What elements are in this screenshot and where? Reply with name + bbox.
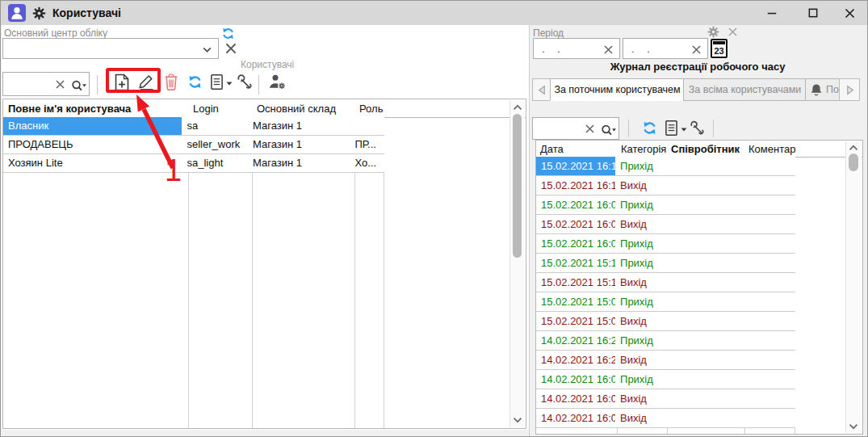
user-settings-icon[interactable] xyxy=(268,74,287,90)
cell-employee[interactable] xyxy=(667,254,743,272)
cell-category[interactable]: Вихід xyxy=(615,215,667,233)
cell-category[interactable]: Вихід xyxy=(615,273,667,292)
cell-login[interactable]: sa_light xyxy=(182,154,248,172)
scrollbar-thumb[interactable] xyxy=(513,114,522,258)
cell-category[interactable]: Вихід xyxy=(615,409,667,427)
cell-warehouse[interactable]: Магазин 1 xyxy=(248,117,350,135)
cell-employee[interactable] xyxy=(667,370,743,389)
cell-comment[interactable] xyxy=(743,195,795,214)
cell-comment[interactable] xyxy=(743,273,795,292)
journal-row[interactable]: 15.02.2021 15:1...Прихід xyxy=(536,254,795,273)
period-gear-icon[interactable] xyxy=(707,26,719,38)
date-to-field[interactable]: . . xyxy=(623,38,708,59)
cell-employee[interactable] xyxy=(667,409,743,427)
cell-comment[interactable] xyxy=(743,292,795,311)
cell-comment[interactable] xyxy=(743,370,795,389)
clear-search-icon[interactable] xyxy=(55,79,65,90)
column-header[interactable]: Повне ім'я користувача xyxy=(8,103,131,115)
cell-employee[interactable] xyxy=(667,215,743,233)
clear-icon[interactable] xyxy=(224,42,237,55)
cell-employee[interactable] xyxy=(667,389,743,408)
cell-comment[interactable] xyxy=(743,312,795,330)
search-icon[interactable] xyxy=(71,80,87,91)
search-icon[interactable] xyxy=(601,124,617,136)
journal-row[interactable]: 15.02.2021 16:0...Вихід xyxy=(536,215,795,234)
column-header[interactable]: Основний склад xyxy=(257,103,336,115)
cell-warehouse[interactable]: Магазин 1 xyxy=(248,136,350,153)
cell-date[interactable]: 14.02.2021 16:0... xyxy=(536,389,615,408)
accounting-center-combobox[interactable] xyxy=(2,38,219,59)
cell-name[interactable]: Хозяин Lite xyxy=(3,154,182,172)
service-wrench-icon[interactable] xyxy=(690,120,704,136)
delete-user-icon[interactable] xyxy=(164,73,178,90)
cell-date[interactable]: 14.02.2021 16:0... xyxy=(536,370,615,389)
maximize-button[interactable] xyxy=(797,1,829,25)
users-scrollbar[interactable] xyxy=(509,100,525,427)
journal-row[interactable]: 15.02.2021 16:0...Прихід xyxy=(536,234,795,254)
refresh-journal-icon[interactable] xyxy=(642,120,657,136)
column-header[interactable]: Роль xyxy=(359,103,383,115)
cell-category[interactable]: Прихід xyxy=(615,157,667,175)
column-header[interactable]: Співробітник xyxy=(671,143,740,155)
cell-role[interactable]: Хо... xyxy=(350,154,384,172)
column-header[interactable]: Login xyxy=(193,103,219,115)
cell-employee[interactable] xyxy=(667,234,743,253)
panel-splitter[interactable] xyxy=(529,25,530,437)
clear-date-icon[interactable] xyxy=(603,44,614,55)
tabs-scroll-right-button[interactable] xyxy=(839,78,860,101)
cell-employee[interactable] xyxy=(667,331,743,350)
users-search-input[interactable] xyxy=(2,72,90,96)
cell-comment[interactable] xyxy=(743,234,795,253)
cell-comment[interactable] xyxy=(743,215,795,233)
scroll-up-icon[interactable] xyxy=(849,145,858,151)
scroll-down-icon[interactable] xyxy=(849,423,858,430)
cell-category[interactable]: Прихід xyxy=(615,292,667,311)
cell-category[interactable]: Прихід xyxy=(615,234,667,253)
journal-row[interactable]: 14.02.2021 16:2...Вихід xyxy=(536,351,795,370)
cell-category[interactable]: Вихід xyxy=(615,312,667,330)
report-dropdown-icon[interactable] xyxy=(681,128,687,132)
cell-date[interactable]: 15.02.2021 16:0... xyxy=(536,215,615,233)
journal-scrollbar[interactable] xyxy=(845,141,862,433)
cell-date[interactable]: 15.02.2021 16:0... xyxy=(536,234,615,253)
column-header[interactable]: Дата xyxy=(540,143,564,155)
cell-category[interactable]: Прихід xyxy=(615,195,667,214)
cell-comment[interactable] xyxy=(743,389,795,408)
cell-date[interactable]: 15.02.2021 16:1... xyxy=(536,157,615,175)
cell-date[interactable]: 15.02.2021 16:0... xyxy=(536,195,615,214)
tab-all-users[interactable]: За всіма користувачами xyxy=(683,78,807,101)
journal-row[interactable]: 14.02.2021 16:0...Вихід xyxy=(536,389,795,409)
cell-comment[interactable] xyxy=(743,351,795,369)
user-row[interactable]: Хозяин Litesa_lightМагазин 1Хо... xyxy=(3,154,384,173)
column-header[interactable]: Категорія xyxy=(621,143,666,155)
minimize-button[interactable] xyxy=(756,1,788,25)
cell-employee[interactable] xyxy=(667,176,743,195)
chevron-down-icon[interactable] xyxy=(203,47,212,53)
clear-date-icon[interactable] xyxy=(691,44,702,55)
journal-row[interactable]: 15.02.2021 15:0...Прихід xyxy=(536,292,795,312)
refresh-icon[interactable] xyxy=(221,27,235,40)
cell-date[interactable]: 15.02.2021 15:1... xyxy=(536,254,615,272)
close-button[interactable] xyxy=(833,1,866,25)
cell-date[interactable]: 15.02.2021 15:0... xyxy=(536,292,615,311)
cell-date[interactable]: 14.02.2021 16:2... xyxy=(536,351,615,369)
report-dropdown-icon[interactable] xyxy=(226,82,233,86)
journal-row[interactable]: 15.02.2021 16:1...Прихід xyxy=(536,157,795,176)
scroll-down-icon[interactable] xyxy=(513,417,522,423)
journal-row[interactable]: 14.02.2021 16:2...Прихід xyxy=(536,331,795,351)
cell-category[interactable]: Прихід xyxy=(615,331,667,350)
user-row[interactable]: ВласникsaМагазин 1 xyxy=(3,117,384,136)
cell-date[interactable]: 14.02.2021 16:2... xyxy=(536,331,615,350)
calendar-icon[interactable]: 23 xyxy=(711,39,728,58)
cell-category[interactable]: Вихід xyxy=(615,351,667,369)
report-icon[interactable] xyxy=(665,120,678,137)
cell-employee[interactable] xyxy=(667,157,743,175)
cell-employee[interactable] xyxy=(667,312,743,330)
service-wrench-icon[interactable] xyxy=(237,74,252,90)
journal-row[interactable]: 14.02.2021 16:0...Прихід xyxy=(536,370,795,389)
journal-row[interactable]: 15.02.2021 16:0...Прихід xyxy=(536,195,795,215)
cell-category[interactable]: Вихід xyxy=(615,389,667,408)
cell-comment[interactable] xyxy=(743,157,795,175)
cell-date[interactable]: 15.02.2021 16:1... xyxy=(536,176,615,195)
refresh-users-icon[interactable] xyxy=(187,74,203,90)
